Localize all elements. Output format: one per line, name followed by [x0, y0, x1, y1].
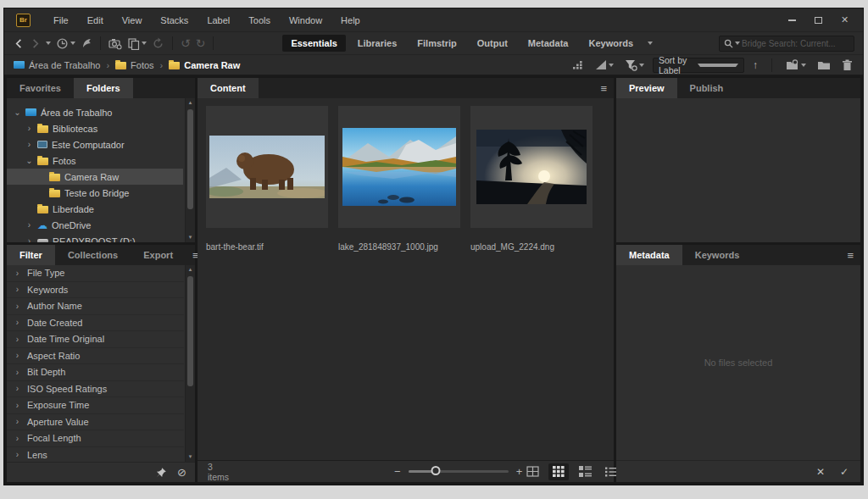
filter-item-keywords[interactable]: ›Keywords: [7, 282, 184, 299]
filter-scrollbar[interactable]: ▴ ▾: [185, 265, 195, 462]
details-view-icon[interactable]: [575, 463, 595, 480]
file-name[interactable]: lake_281848937_1000.jpg: [338, 242, 460, 252]
scroll-up-icon[interactable]: ▴: [189, 265, 192, 274]
tab-preview[interactable]: Preview: [616, 78, 677, 98]
tree-item-este-computador[interactable]: › Este Computador: [7, 136, 183, 152]
filter-item-aspect-ratio[interactable]: ›Aspect Ratio: [7, 348, 184, 365]
menu-window[interactable]: Window: [280, 8, 331, 31]
scroll-down-icon[interactable]: ▾: [189, 233, 192, 242]
menu-stacks[interactable]: Stacks: [151, 8, 198, 31]
workspace-tab-metadata[interactable]: Metadata: [520, 35, 577, 52]
expander-icon[interactable]: ›: [25, 220, 33, 230]
tree-item-readyboost[interactable]: › READYBOOST (D:): [7, 233, 183, 242]
cancel-metadata-icon[interactable]: ✕: [816, 466, 825, 478]
zoom-in-icon[interactable]: +: [516, 465, 523, 478]
breadcrumb-camera-raw[interactable]: Camera Raw: [167, 60, 242, 70]
tree-item-onedrive[interactable]: › ☁ OneDrive: [7, 217, 183, 233]
tree-item-bibliotecas[interactable]: › Bibliotecas: [7, 120, 183, 136]
file-bart-the-bear[interactable]: bart-the-bear.tif: [206, 106, 328, 252]
delete-item-button[interactable]: [839, 57, 855, 74]
tab-favorites[interactable]: Favorites: [7, 78, 74, 98]
zoom-out-icon[interactable]: −: [394, 465, 401, 478]
scroll-up-icon[interactable]: ▴: [189, 98, 192, 108]
filter-item-iso-speed-ratings[interactable]: ›ISO Speed Ratings: [7, 381, 184, 398]
tab-content[interactable]: Content: [198, 78, 259, 98]
minimize-button[interactable]: [781, 13, 804, 28]
menu-tools[interactable]: Tools: [239, 8, 280, 31]
expander-icon[interactable]: ⌄: [14, 108, 21, 117]
clear-filter-icon[interactable]: ⊘: [177, 466, 186, 479]
navigation-dropdown-icon[interactable]: [43, 35, 53, 52]
search-box[interactable]: [719, 36, 854, 52]
filter-item-date-created[interactable]: ›Date Created: [7, 315, 184, 332]
grid-lock-view-icon[interactable]: [522, 463, 542, 480]
workspace-tab-libraries[interactable]: Libraries: [349, 35, 405, 52]
scroll-down-icon[interactable]: ▾: [189, 452, 192, 462]
filter-item-file-type[interactable]: ›File Type: [7, 265, 184, 282]
thumbnail-card[interactable]: [338, 106, 460, 228]
tab-folders[interactable]: Folders: [74, 78, 133, 98]
refresh-icon[interactable]: [149, 35, 167, 52]
open-in-camera-raw-icon[interactable]: [125, 35, 149, 52]
filter-item-exposure-time[interactable]: ›Exposure Time: [7, 397, 184, 414]
menu-edit[interactable]: Edit: [78, 8, 113, 31]
thumbnail-card[interactable]: [470, 106, 593, 228]
tab-filter[interactable]: Filter: [7, 245, 55, 265]
return-to-photoshop-icon[interactable]: [78, 35, 95, 52]
apply-metadata-icon[interactable]: ✓: [840, 466, 849, 478]
workspace-tab-keywords[interactable]: Keywords: [580, 35, 642, 52]
tree-item-liberdade[interactable]: Liberdade: [7, 201, 183, 217]
metadata-panel-menu-icon[interactable]: ≡: [840, 245, 860, 265]
back-button[interactable]: [11, 35, 27, 52]
tab-collections[interactable]: Collections: [55, 245, 131, 265]
filter-item-focal-length[interactable]: ›Focal Length: [7, 430, 184, 447]
undo-icon[interactable]: ↺: [178, 35, 193, 52]
workspace-more-icon[interactable]: [645, 35, 655, 52]
file-upload-mg[interactable]: upload_MG_2224.dng: [470, 106, 593, 252]
expander-icon[interactable]: ›: [25, 140, 33, 149]
sort-ascending-button[interactable]: ↑: [750, 57, 760, 74]
menu-help[interactable]: Help: [331, 8, 370, 31]
slider-knob[interactable]: [431, 466, 440, 475]
content-panel-menu-icon[interactable]: ≡: [593, 78, 614, 98]
redo-icon[interactable]: ↻: [193, 35, 209, 52]
close-button[interactable]: ✕: [833, 13, 856, 28]
new-folder-button[interactable]: [815, 57, 833, 74]
thumbnail-quality-icon[interactable]: [570, 57, 587, 74]
get-photos-from-camera-icon[interactable]: [106, 35, 125, 52]
filter-item-author-name[interactable]: ›Author Name: [7, 298, 184, 315]
tab-export[interactable]: Export: [131, 245, 186, 265]
tab-metadata[interactable]: Metadata: [616, 245, 682, 265]
filter-item-aperture-value[interactable]: ›Aperture Value: [7, 414, 184, 431]
keep-filter-pin-icon[interactable]: [155, 467, 167, 479]
menu-file[interactable]: File: [44, 8, 78, 31]
folders-scrollbar[interactable]: ▴ ▾: [185, 98, 195, 242]
filter-by-rating-icon[interactable]: [622, 57, 647, 74]
workspace-tab-output[interactable]: Output: [469, 35, 516, 52]
slider-track[interactable]: [409, 470, 509, 473]
sort-by-dropdown[interactable]: Sort by Label: [653, 58, 744, 73]
tree-item-camera-raw[interactable]: Camera Raw: [7, 169, 183, 185]
recent-items-icon[interactable]: [53, 35, 78, 52]
menu-label[interactable]: Label: [198, 8, 239, 31]
thumbnail-view-icon[interactable]: [548, 463, 569, 480]
maximize-button[interactable]: [807, 13, 830, 28]
search-options-icon[interactable]: [735, 42, 740, 45]
filter-item-lens[interactable]: ›Lens: [7, 447, 184, 463]
tree-item-fotos[interactable]: ⌄ Fotos: [7, 152, 183, 169]
thumbnail-card[interactable]: [206, 106, 328, 228]
expander-icon[interactable]: ›: [25, 236, 33, 242]
breadcrumb-fotos[interactable]: Fotos: [114, 60, 156, 70]
filter-item-date-time-original[interactable]: ›Date Time Original: [7, 331, 184, 348]
menu-view[interactable]: View: [113, 8, 152, 31]
workspace-tab-filmstrip[interactable]: Filmstrip: [409, 35, 465, 52]
tree-item-area-de-trabalho[interactable]: ⌄ Área de Trabalho: [7, 104, 183, 120]
file-name[interactable]: upload_MG_2224.dng: [470, 242, 593, 252]
file-name[interactable]: bart-the-bear.tif: [206, 242, 328, 252]
workspace-tab-essentials[interactable]: Essentials: [282, 35, 345, 52]
breadcrumb-desktop[interactable]: Área de Trabalho: [12, 60, 102, 70]
tree-item-teste-do-bridge[interactable]: Teste do Bridge: [7, 185, 183, 201]
search-input[interactable]: [742, 39, 849, 48]
tab-publish[interactable]: Publish: [677, 78, 737, 98]
file-lake[interactable]: lake_281848937_1000.jpg: [338, 106, 460, 252]
